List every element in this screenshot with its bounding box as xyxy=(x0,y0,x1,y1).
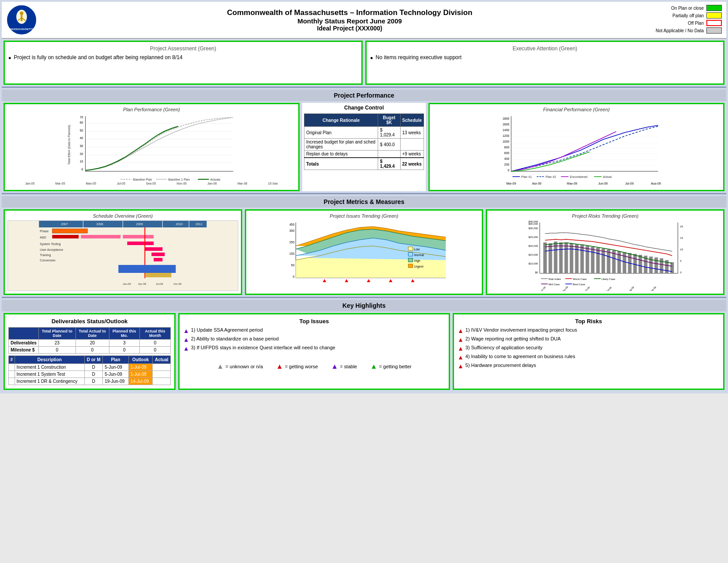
svg-rect-149 xyxy=(602,249,605,273)
change-control-title: Change Control xyxy=(344,105,384,111)
header: MASSACHUSETTS Commonwealth of Massachuse… xyxy=(2,2,726,39)
ch-budget-1: $ 1,029.4 xyxy=(378,127,400,139)
issue-3: ▲ 3) If UIFPDS stays in existence Quest … xyxy=(183,345,445,352)
project-assessment-content: • Project is fully on schedule and on bu… xyxy=(8,54,358,62)
svg-text:Apr-09: Apr-09 xyxy=(539,286,546,291)
svg-text:May-09: May-09 xyxy=(561,286,569,291)
svg-text:Encumbered: Encumbered xyxy=(570,175,588,178)
deliv-actual-mo-2: 0 xyxy=(139,347,170,354)
change-control-table: Change Rationale Buget $K Schedule Origi… xyxy=(304,113,424,170)
risk-4: ▲ 4) Inability to come to agreement on b… xyxy=(458,354,720,361)
ch-schedule-3: +9 weeks xyxy=(400,151,424,158)
svg-text:2008: 2008 xyxy=(96,223,103,226)
title-line1: Commonwealth of Massachusetts – Informat… xyxy=(44,8,656,17)
key-highlights-header: Key Highlights xyxy=(2,300,726,311)
legend-green: On Plan or close xyxy=(656,5,722,11)
dd-actual-2 xyxy=(153,371,171,378)
svg-text:MASSACHUSETTS: MASSACHUSETTS xyxy=(10,28,34,30)
svg-text:Worst Case: Worst Case xyxy=(573,278,587,280)
dd-dom-2: D xyxy=(85,371,103,378)
plan-performance-title: Plan Performance (Green) xyxy=(8,107,296,112)
executive-attention-box: Executive Attention (Green) • No items r… xyxy=(365,41,724,85)
legend-gray: Not Applicable / No Data xyxy=(656,27,722,34)
metrics-row: Schedule Overview (Green) 2007 2008 2009… xyxy=(4,209,724,295)
bullet-icon2: • xyxy=(370,54,373,62)
svg-rect-109 xyxy=(408,247,413,250)
svg-text:$0: $0 xyxy=(535,271,538,274)
header-title: Commonwealth of Massachusetts – Informat… xyxy=(44,8,656,32)
logo: MASSACHUSETTS xyxy=(6,4,37,35)
legend-box-green xyxy=(706,5,722,11)
svg-text:30: 30 xyxy=(80,144,83,147)
risk-text-2: 2) Wage reporting not getting shifted to… xyxy=(465,336,561,341)
risks-chart: $0 $10,000 $15,000 $20,000 $25,000 $30,0… xyxy=(490,220,720,291)
risk-text-4: 4) Inability to come to agreement on bus… xyxy=(465,354,575,359)
risk-icon-4: ▲ xyxy=(458,354,464,361)
change-row-1: Original Plan $ 1,029.4 13 weeks xyxy=(304,127,424,139)
svg-rect-80 xyxy=(81,235,120,238)
svg-text:40: 40 xyxy=(80,136,83,140)
deliv-actual-2: 0 xyxy=(75,347,109,354)
legend-yellow: Partially off plan xyxy=(656,12,722,19)
svg-text:Jul-09: Jul-09 xyxy=(156,283,163,285)
svg-marker-121 xyxy=(411,279,414,282)
issue-text-1: 1) Update SSA Agreement period xyxy=(191,327,263,333)
svg-rect-148 xyxy=(597,248,600,273)
dd-h-outlook: Outlook xyxy=(128,356,153,364)
svg-text:Conversion: Conversion xyxy=(40,259,56,262)
risk-5: ▲ 5) Hardware procurement delays xyxy=(458,363,720,370)
svg-text:Baseline 1 Plan: Baseline 1 Plan xyxy=(169,178,190,181)
svg-text:20: 20 xyxy=(680,225,683,228)
title-line3: Ideal Project (XXX000) xyxy=(44,25,656,32)
triangle-purple-icon: ▲ xyxy=(331,363,338,370)
title-line2: Monthly Status Report June 2009 xyxy=(44,17,656,25)
deliv-planned-mo-1: 3 xyxy=(109,340,139,347)
dd-h-plan: Plan xyxy=(103,356,128,364)
dd-desc-3: Increment 1 DR & Contingency xyxy=(15,378,85,385)
svg-text:Training: Training xyxy=(40,253,51,257)
svg-text:Baseline Plan: Baseline Plan xyxy=(133,178,152,181)
svg-text:Urgent: Urgent xyxy=(414,265,423,268)
svg-marker-119 xyxy=(367,279,370,282)
legend-stable: ▲ = stable xyxy=(331,363,357,370)
svg-text:Jun-09: Jun-09 xyxy=(583,286,590,291)
svg-text:1400: 1400 xyxy=(503,128,510,132)
executive-attention-content: • No items requiring executive support xyxy=(370,54,720,62)
deliv-planned-mo-2: 0 xyxy=(109,347,139,354)
svg-text:350: 350 xyxy=(289,229,294,232)
svg-text:Oct-09: Oct-09 xyxy=(173,283,182,285)
svg-text:May-09: May-09 xyxy=(567,182,577,185)
risk-1: ▲ 1) IV&V Vendor involvement impacting p… xyxy=(458,327,720,334)
top-issues-title: Top Issues xyxy=(183,318,445,325)
svg-rect-89 xyxy=(154,258,162,261)
svg-rect-159 xyxy=(655,257,658,273)
deliv-h-actual-mo: Actual this Month xyxy=(139,328,170,340)
risk-icon-5: ▲ xyxy=(458,363,464,370)
svg-marker-118 xyxy=(345,279,348,282)
dd-outlook-1: 1-Jul-09 xyxy=(128,364,153,371)
svg-rect-81 xyxy=(123,235,154,238)
dd-plan-3: 19-Jun-09 xyxy=(103,378,128,385)
dd-h-num: # xyxy=(9,356,15,364)
change-row-3: Replan due to delays +9 weeks xyxy=(304,151,424,158)
risk-icon-3: ▲ xyxy=(458,345,464,352)
risk-2: ▲ 2) Wage reporting not getting shifted … xyxy=(458,336,720,343)
svg-text:Jun-09: Jun-09 xyxy=(598,182,608,185)
deliv-actual-mo-1: 0 xyxy=(139,340,170,347)
deliv-label-2: Milestone $ xyxy=(9,347,39,354)
svg-text:1800: 1800 xyxy=(503,117,510,120)
svg-point-3 xyxy=(20,11,23,15)
top-issues-box: Top Issues ▲ 1) Update SSA Agreement per… xyxy=(178,313,450,390)
svg-text:1200: 1200 xyxy=(503,134,510,137)
svg-rect-91 xyxy=(118,265,176,273)
triangle-gray-icon: ▲ xyxy=(217,363,224,370)
issue-text-2: 2) Ability to standardize on a base peri… xyxy=(191,336,279,341)
svg-rect-153 xyxy=(623,252,627,273)
deliv-summary-row-1: Deliverables 23 20 3 0 xyxy=(9,340,171,347)
svg-text:$40,000: $40,000 xyxy=(529,220,538,223)
dd-dom-3: D xyxy=(85,378,103,385)
financial-performance-box: Financial Performance (Green) 0 200 400 … xyxy=(428,103,724,191)
svg-rect-139 xyxy=(549,243,552,273)
plan-performance-svg: 0 10 20 30 40 50 60 70 xyxy=(8,114,296,185)
svg-text:0: 0 xyxy=(508,169,510,172)
